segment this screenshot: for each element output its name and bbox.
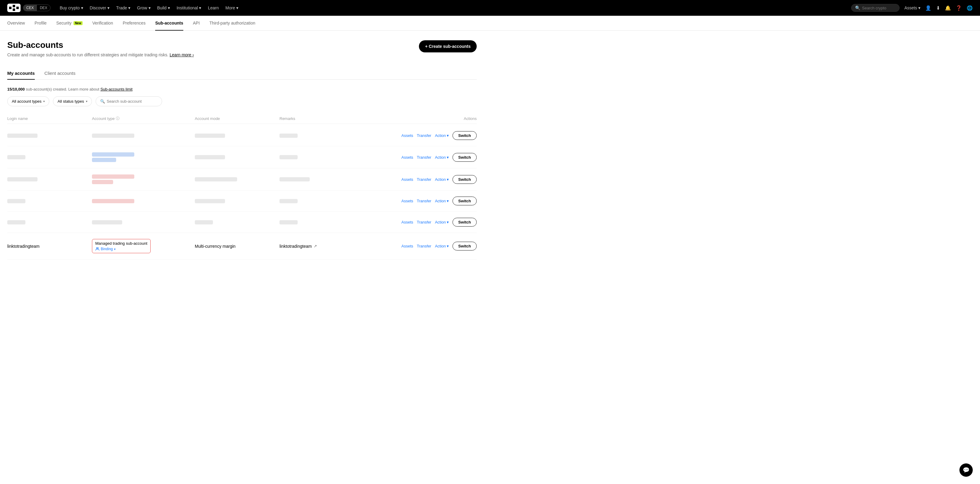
svg-rect-3	[16, 6, 19, 9]
chevron-down-icon: ▾	[447, 155, 449, 160]
subnav-sub-accounts[interactable]: Sub-accounts	[155, 16, 183, 30]
nav-learn[interactable]: Learn	[205, 4, 222, 11]
cell-account-type	[92, 152, 195, 162]
search-input[interactable]	[107, 99, 158, 104]
transfer-link[interactable]: Transfer	[417, 133, 431, 138]
assets-link[interactable]: Assets	[401, 133, 413, 138]
chevron-down-icon: ▾	[918, 5, 920, 10]
chevron-down-icon: ▾	[43, 100, 45, 103]
create-sub-accounts-button[interactable]: + Create sub-accounts	[419, 40, 477, 53]
cell-remarks	[280, 220, 392, 224]
switch-button[interactable]: Switch	[452, 242, 477, 251]
switch-button[interactable]: Switch	[452, 175, 477, 184]
language-icon[interactable]: 🌐	[967, 5, 973, 11]
nav-more[interactable]: More ▾	[222, 4, 241, 11]
top-nav: CEX DEX Buy crypto ▾ Discover ▾ Trade ▾ …	[0, 0, 980, 16]
subnav-api[interactable]: API	[193, 16, 200, 30]
account-tabs: My accounts Client accounts	[7, 67, 477, 80]
sub-account-search[interactable]: 🔍	[95, 96, 162, 106]
transfer-link[interactable]: Transfer	[417, 244, 431, 248]
help-icon[interactable]: ❓	[956, 5, 962, 11]
subnav-preferences[interactable]: Preferences	[123, 16, 145, 30]
skeleton-block	[7, 177, 38, 181]
subnav-security[interactable]: Security New	[56, 16, 83, 30]
page-title: Sub-accounts	[7, 40, 194, 50]
okx-logo[interactable]	[7, 4, 21, 12]
cell-remarks	[280, 134, 392, 138]
skeleton-block	[195, 199, 225, 203]
notification-icon[interactable]: 🔔	[945, 5, 951, 11]
svg-rect-0	[9, 6, 11, 9]
subnav-overview[interactable]: Overview	[7, 16, 25, 30]
cell-actions: Assets Transfer Action ▾ Switch	[392, 153, 477, 162]
nav-trade[interactable]: Trade ▾	[113, 4, 134, 11]
switch-button[interactable]: Switch	[452, 131, 477, 140]
switch-button[interactable]: Switch	[452, 196, 477, 205]
cell-login-name	[7, 155, 92, 159]
crypto-search-box[interactable]: 🔍	[851, 4, 900, 12]
cex-button[interactable]: CEX	[23, 5, 37, 11]
subnav-verification[interactable]: Verification	[92, 16, 113, 30]
cell-actions: Assets Transfer Action ▾ Switch	[392, 175, 477, 184]
transfer-link[interactable]: Transfer	[417, 220, 431, 224]
skeleton-block	[92, 174, 134, 179]
action-dropdown[interactable]: Action ▾	[435, 220, 449, 224]
transfer-link[interactable]: Transfer	[417, 199, 431, 203]
cex-dex-toggle[interactable]: CEX DEX	[23, 5, 51, 11]
cell-account-type	[92, 199, 195, 203]
svg-rect-2	[13, 8, 15, 11]
tab-client-accounts[interactable]: Client accounts	[45, 67, 76, 79]
learn-more-link[interactable]: Learn more ›	[170, 53, 194, 57]
table-row: Assets Transfer Action ▾ Switch	[7, 190, 477, 212]
account-mode-value: Multi-currency margin	[195, 244, 235, 249]
download-icon[interactable]: ⬇	[936, 5, 940, 11]
new-badge: New	[73, 21, 83, 25]
cell-login-name	[7, 134, 92, 138]
nav-discover[interactable]: Discover ▾	[87, 4, 113, 11]
transfer-link[interactable]: Transfer	[417, 155, 431, 160]
cell-actions: Assets Transfer Action ▾ Switch	[392, 242, 477, 251]
cell-login-name	[7, 199, 92, 203]
sub-accounts-limit-link[interactable]: Sub-accounts limit	[100, 87, 132, 91]
cell-account-type: Managed trading sub-account Binding ▾	[92, 239, 195, 253]
assets-link[interactable]: Assets	[401, 199, 413, 203]
assets-link[interactable]: Assets	[401, 244, 413, 248]
switch-button[interactable]: Switch	[452, 218, 477, 227]
external-link-icon[interactable]: ↗	[313, 244, 317, 248]
cell-account-mode	[195, 134, 280, 138]
info-icon[interactable]: ⓘ	[116, 116, 119, 121]
assets-link[interactable]: Assets	[401, 177, 413, 182]
cell-actions: Assets Transfer Action ▾ Switch	[392, 131, 477, 140]
table-row: linktotradingteam Managed trading sub-ac…	[7, 233, 477, 260]
action-dropdown[interactable]: Action ▾	[435, 133, 449, 138]
transfer-link[interactable]: Transfer	[417, 177, 431, 182]
nav-institutional[interactable]: Institutional ▾	[173, 4, 204, 11]
nav-build[interactable]: Build ▾	[154, 4, 173, 11]
dex-button[interactable]: DEX	[37, 5, 51, 11]
skeleton-block	[7, 134, 38, 138]
search-input[interactable]	[862, 6, 896, 10]
subnav-profile[interactable]: Profile	[35, 16, 46, 30]
action-dropdown[interactable]: Action ▾	[435, 199, 449, 203]
chevron-down-icon: ▾	[447, 177, 449, 182]
status-type-filter[interactable]: All status types ▾	[53, 96, 92, 106]
binding-badge[interactable]: Binding ▾	[95, 247, 147, 251]
account-type-filter[interactable]: All account types ▾	[7, 96, 49, 106]
assets-link[interactable]: Assets	[401, 220, 413, 224]
cell-remarks	[280, 155, 392, 159]
tab-my-accounts[interactable]: My accounts	[7, 67, 35, 79]
skeleton-block	[195, 177, 237, 181]
action-dropdown[interactable]: Action ▾	[435, 177, 449, 182]
binding-icon	[95, 247, 100, 251]
assets-button[interactable]: Assets ▾	[904, 5, 920, 10]
subnav-third-party[interactable]: Third-party authorization	[209, 16, 255, 30]
action-dropdown[interactable]: Action ▾	[435, 155, 449, 160]
action-dropdown[interactable]: Action ▾	[435, 244, 449, 248]
switch-button[interactable]: Switch	[452, 153, 477, 162]
col-account-type: Account type ⓘ	[92, 116, 195, 121]
assets-link[interactable]: Assets	[401, 155, 413, 160]
nav-grow[interactable]: Grow ▾	[134, 4, 153, 11]
nav-buy-crypto[interactable]: Buy crypto ▾	[57, 4, 86, 11]
skeleton-block	[92, 220, 122, 224]
profile-icon[interactable]: 👤	[925, 5, 931, 11]
